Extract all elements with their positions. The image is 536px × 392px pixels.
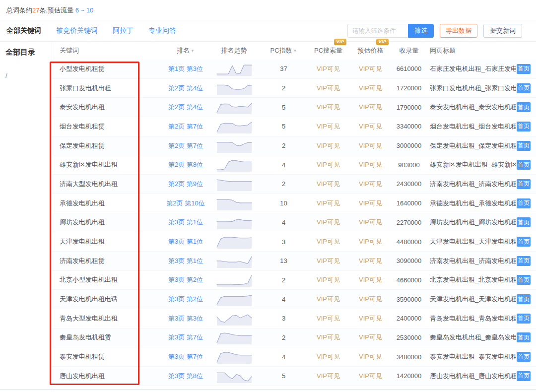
home-page-badge[interactable]: 首页 <box>517 332 531 342</box>
col-header-pc-index[interactable]: PC指数▼ <box>260 46 307 55</box>
rank-link[interactable]: 第2页 第7位 <box>163 122 208 131</box>
filter-input[interactable] <box>347 24 408 38</box>
tab-0[interactable]: 全部关键词 <box>6 26 41 35</box>
rank-link[interactable]: 第3页 第1位 <box>163 237 208 246</box>
est-price-vip-cell[interactable]: VIP可见 <box>349 103 392 112</box>
page-title-text[interactable]: 承德发电机出租_承德发电机租 <box>430 199 516 208</box>
home-page-badge[interactable]: 首页 <box>517 122 531 131</box>
page-title-text[interactable]: 泰安发电机出租_泰安发电机租 <box>430 103 516 112</box>
filter-button[interactable]: 筛选 <box>408 24 434 38</box>
rank-link[interactable]: 第3页 第3位 <box>163 314 208 323</box>
page-title-text[interactable]: 张家口发电机出租_张家口发电机 <box>430 84 516 93</box>
rank-link[interactable]: 第2页 第4位 <box>163 103 208 112</box>
home-page-badge[interactable]: 首页 <box>517 371 531 381</box>
pc-search-vip-cell[interactable]: VIP可见 <box>307 352 349 361</box>
est-price-vip-cell[interactable]: VIP可见 <box>349 122 392 131</box>
rank-link[interactable]: 第2页 第8位 <box>163 160 208 169</box>
home-page-badge[interactable]: 首页 <box>517 237 531 247</box>
submit-new-word-button[interactable]: 提交新词 <box>483 24 522 38</box>
page-title-text[interactable]: 青岛发电机出租_青岛发电机租 <box>430 314 516 323</box>
pc-search-vip-cell[interactable]: VIP可见 <box>307 199 349 208</box>
sidebar-item-root[interactable]: / <box>5 72 52 79</box>
rank-link[interactable]: 第3页 第2位 <box>163 295 208 304</box>
page-title-text[interactable]: 北京发电机出租_北京发电机租 <box>430 275 516 284</box>
home-page-badge[interactable]: 首页 <box>517 102 531 112</box>
home-page-badge[interactable]: 首页 <box>517 217 531 227</box>
est-price-vip-cell[interactable]: VIP可见 <box>349 237 392 246</box>
tab-1[interactable]: 被竞价关键词 <box>56 26 98 35</box>
home-page-badge[interactable]: 首页 <box>517 64 531 74</box>
export-data-button[interactable]: 导出数据 <box>440 24 477 38</box>
est-price-vip-cell[interactable]: VIP可见 <box>349 141 392 150</box>
est-price-vip-cell[interactable]: VIP可见 <box>349 84 392 93</box>
tab-3[interactable]: 专业问答 <box>148 26 176 35</box>
pc-search-vip-cell[interactable]: VIP可见 <box>307 372 349 381</box>
page-title-text[interactable]: 雄安新区发电机出租_雄安新区 <box>430 160 516 169</box>
est-price-vip-cell[interactable]: VIP可见 <box>349 333 392 342</box>
rank-link[interactable]: 第3页 第1位 <box>163 218 208 227</box>
est-price-vip-cell[interactable]: VIP可见 <box>349 257 392 265</box>
rank-link[interactable]: 第2页 第4位 <box>163 84 208 93</box>
page-title-text[interactable]: 唐山发电机出租_唐山发电机租 <box>430 372 516 381</box>
rank-link[interactable]: 第2页 第10位 <box>163 199 208 208</box>
est-price-vip-cell[interactable]: VIP可见 <box>349 275 392 284</box>
pc-search-vip-cell[interactable]: VIP可见 <box>307 333 349 342</box>
est-price-vip-cell[interactable]: VIP可见 <box>349 180 392 189</box>
pc-search-vip-cell[interactable]: VIP可见 <box>307 84 349 93</box>
est-price-vip-cell[interactable]: VIP可见 <box>349 218 392 227</box>
home-page-badge[interactable]: 首页 <box>517 160 531 170</box>
home-page-badge[interactable]: 首页 <box>517 275 531 285</box>
page-title-cell: 烟台发电机出租_烟台发电机租 首页 <box>426 117 536 136</box>
pc-search-vip-cell[interactable]: VIP可见 <box>307 314 349 323</box>
rank-link[interactable]: 第3页 第7位 <box>163 333 208 342</box>
pc-search-vip-cell[interactable]: VIP可见 <box>307 103 349 112</box>
pc-search-vip-cell[interactable]: VIP可见 <box>307 65 349 73</box>
inclusion-cell: 1720000 <box>392 84 426 92</box>
page-title-text[interactable]: 秦皇岛发电机出租_秦皇岛发电 <box>430 333 516 342</box>
pc-search-vip-cell[interactable]: VIP可见 <box>307 218 349 227</box>
keyword-cell: 廊坊发电机出租 <box>52 218 163 227</box>
rank-link[interactable]: 第2页 第7位 <box>163 141 208 150</box>
rank-link[interactable]: 第2页 第9位 <box>163 180 208 189</box>
pc-search-vip-cell[interactable]: VIP可见 <box>307 295 349 304</box>
page-title-text[interactable]: 天津发电机出租_天津发电机租 <box>430 295 516 304</box>
home-page-badge[interactable]: 首页 <box>517 198 531 208</box>
page-title-text[interactable]: 天津发电机出租_天津发电机租 <box>430 237 516 246</box>
page-title-text[interactable]: 泰安发电机出租_泰安发电机租 <box>430 352 516 361</box>
pc-search-vip-cell[interactable]: VIP可见 <box>307 180 349 189</box>
rank-link[interactable]: 第1页 第3位 <box>163 65 208 73</box>
home-page-badge[interactable]: 首页 <box>517 256 531 266</box>
home-page-badge[interactable]: 首页 <box>517 141 531 151</box>
home-page-badge[interactable]: 首页 <box>517 179 531 189</box>
est-price-vip-cell[interactable]: VIP可见 <box>349 372 392 381</box>
home-page-badge[interactable]: 首页 <box>517 314 531 324</box>
pc-search-vip-cell[interactable]: VIP可见 <box>307 275 349 284</box>
pc-index-cell: 5 <box>260 372 307 380</box>
est-price-vip-cell[interactable]: VIP可见 <box>349 65 392 73</box>
page-title-text[interactable]: 济南发电机出租_济南发电机租 <box>430 257 516 265</box>
est-price-vip-cell[interactable]: VIP可见 <box>349 314 392 323</box>
est-price-vip-cell[interactable]: VIP可见 <box>349 352 392 361</box>
est-price-vip-cell[interactable]: VIP可见 <box>349 199 392 208</box>
est-price-vip-cell[interactable]: VIP可见 <box>349 295 392 304</box>
home-page-badge[interactable]: 首页 <box>517 352 531 362</box>
rank-link[interactable]: 第3页 第8位 <box>163 372 208 381</box>
pc-search-vip-cell[interactable]: VIP可见 <box>307 160 349 169</box>
page-title-text[interactable]: 济南发电机出租_济南发电机租 <box>430 180 516 189</box>
rank-link[interactable]: 第3页 第1位 <box>163 257 208 265</box>
pc-search-vip-cell[interactable]: VIP可见 <box>307 122 349 131</box>
tab-2[interactable]: 阿拉丁 <box>113 26 134 35</box>
pc-search-vip-cell[interactable]: VIP可见 <box>307 257 349 265</box>
page-title-text[interactable]: 廊坊发电机出租_廊坊发电机租 <box>430 218 516 227</box>
page-title-text[interactable]: 烟台发电机出租_烟台发电机租 <box>430 122 516 131</box>
col-header-rank[interactable]: 排名▼ <box>163 46 208 55</box>
pc-search-vip-cell[interactable]: VIP可见 <box>307 237 349 246</box>
page-title-text[interactable]: 保定发电机出租_保定发电机租 <box>430 141 516 150</box>
rank-link[interactable]: 第3页 第7位 <box>163 352 208 361</box>
rank-link[interactable]: 第3页 第2位 <box>163 275 208 284</box>
home-page-badge[interactable]: 首页 <box>517 83 531 93</box>
page-title-text[interactable]: 石家庄发电机出租_石家庄发电机 <box>430 65 516 73</box>
est-price-vip-cell[interactable]: VIP可见 <box>349 160 392 169</box>
pc-search-vip-cell[interactable]: VIP可见 <box>307 141 349 150</box>
home-page-badge[interactable]: 首页 <box>517 294 531 304</box>
